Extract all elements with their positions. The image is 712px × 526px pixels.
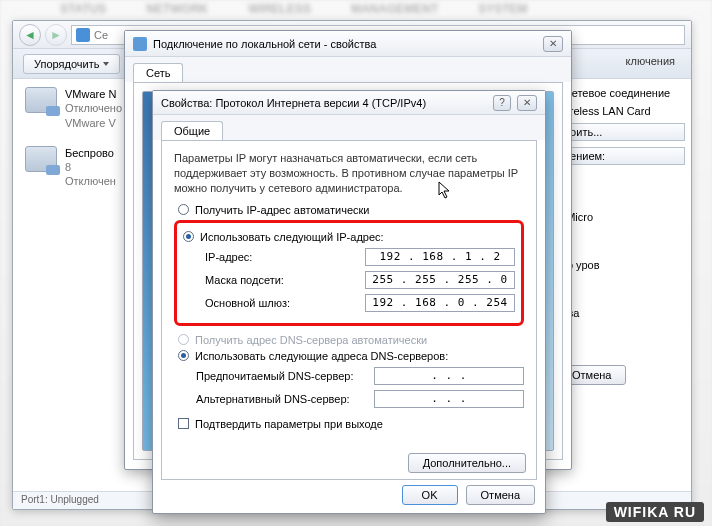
- radio-label: Получить IP-адрес автоматически: [195, 204, 369, 216]
- ok-button[interactable]: OK: [402, 485, 458, 505]
- help-button[interactable]: ?: [493, 95, 511, 111]
- address-text: Се: [94, 29, 108, 41]
- organize-button[interactable]: Упорядочить: [23, 54, 120, 74]
- confirm-on-exit-checkbox[interactable]: Подтвердить параметры при выходе: [178, 418, 524, 430]
- description-text: Параметры IP могут назначаться автоматич…: [174, 151, 524, 196]
- close-button[interactable]: ✕: [517, 95, 537, 111]
- right-line: ого уров: [557, 259, 685, 271]
- radio-auto-ip[interactable]: Получить IP-адрес автоматически: [178, 204, 524, 216]
- dns2-label: Альтернативный DNS-сервер:: [196, 393, 350, 405]
- radio-icon: [178, 204, 189, 215]
- adapter-sub: Отключен: [65, 174, 116, 188]
- network-icon: [76, 28, 90, 42]
- radio-label: Использовать следующие адреса DNS-сервер…: [195, 350, 448, 362]
- dns1-label: Предпочитаемый DNS-сервер:: [196, 370, 353, 382]
- adapter-status: 8: [65, 160, 116, 174]
- radio-manual-dns[interactable]: Использовать следующие адреса DNS-сервер…: [178, 350, 524, 362]
- chevron-down-icon: [103, 62, 109, 66]
- radio-icon: [178, 334, 189, 345]
- subnet-mask-input[interactable]: 255 . 255 . 255 . 0: [365, 271, 515, 289]
- right-line: ства: [557, 307, 685, 319]
- tcpip-properties-window: Свойства: Протокол Интернета версии 4 (T…: [152, 90, 546, 514]
- advanced-button[interactable]: Дополнительно...: [408, 453, 526, 473]
- radio-manual-ip[interactable]: Использовать следующий IP-адрес:: [183, 231, 515, 243]
- ip-address-input[interactable]: 192 . 168 . 1 . 2: [365, 248, 515, 266]
- adapter-icon: [25, 146, 57, 172]
- close-button[interactable]: ✕: [543, 36, 563, 52]
- radio-icon: [178, 350, 189, 361]
- bg-menu: STATUSNETWORKWIRELESSMANAGEMENTSYSTEM: [0, 2, 712, 20]
- highlight-box: Использовать следующий IP-адрес: IP-адре…: [174, 220, 524, 326]
- adapter-status: Отключено: [65, 101, 122, 115]
- alternate-dns-input[interactable]: . . .: [374, 390, 524, 408]
- nav-back-button[interactable]: ◄: [19, 24, 41, 46]
- right-line: Wireless LAN Card: [557, 105, 685, 117]
- adapter-sub: VMware V: [65, 116, 122, 130]
- stub-button[interactable]: нением:: [557, 147, 685, 165]
- ip-label: IP-адрес:: [205, 251, 252, 263]
- tab-network[interactable]: Сеть: [133, 63, 183, 82]
- window-title: Свойства: Протокол Интернета версии 4 (T…: [161, 97, 426, 109]
- organize-label: Упорядочить: [34, 58, 99, 70]
- mask-label: Маска подсети:: [205, 274, 284, 286]
- nav-forward-button[interactable]: ►: [45, 24, 67, 46]
- adapter-icon: [25, 87, 57, 113]
- window-title: Подключение по локальной сети - свойства: [153, 38, 376, 50]
- adapter-title: Беспрово: [65, 146, 116, 160]
- gateway-label: Основной шлюз:: [205, 297, 290, 309]
- right-side-panel: е сетевое соединение Wireless LAN Card р…: [551, 79, 691, 491]
- watermark-logo: WIFIKA RU: [606, 502, 704, 522]
- right-line: й Micro: [557, 211, 685, 223]
- gateway-input[interactable]: 192 . 168 . 0 . 254: [365, 294, 515, 312]
- tab-general[interactable]: Общие: [161, 121, 223, 140]
- radio-label: Получить адрес DNS-сервера автоматически: [195, 334, 427, 346]
- radio-icon: [183, 231, 194, 242]
- right-line: е сетевое соединение: [557, 87, 685, 99]
- window-icon: [133, 37, 147, 51]
- cancel-button[interactable]: Отмена: [466, 485, 535, 505]
- radio-label: Использовать следующий IP-адрес:: [200, 231, 384, 243]
- radio-auto-dns: Получить адрес DNS-сервера автоматически: [178, 334, 524, 346]
- checkbox-label: Подтвердить параметры при выходе: [195, 418, 383, 430]
- adapter-title: VMware N: [65, 87, 122, 101]
- connections-hint: ключения: [626, 55, 675, 67]
- preferred-dns-input[interactable]: . . .: [374, 367, 524, 385]
- checkbox-icon: [178, 418, 189, 429]
- stub-button[interactable]: роить...: [557, 123, 685, 141]
